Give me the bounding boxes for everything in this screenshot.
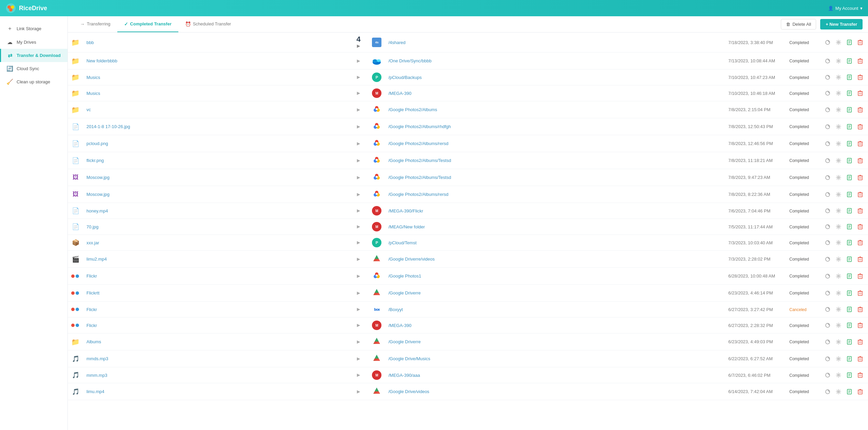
delete-button[interactable]	[856, 222, 865, 231]
retry-button[interactable]	[823, 173, 832, 182]
tab-transferring[interactable]: → Transferring	[73, 16, 117, 32]
settings-button[interactable]	[834, 57, 843, 65]
retry-button[interactable]	[823, 289, 832, 298]
report-button[interactable]	[845, 238, 854, 247]
retry-button[interactable]	[823, 139, 832, 148]
settings-button[interactable]	[834, 156, 843, 165]
report-button[interactable]	[845, 122, 854, 131]
account-menu[interactable]: 👤 My Account ▾	[828, 6, 863, 11]
retry-button[interactable]	[823, 156, 832, 165]
retry-button[interactable]	[823, 38, 832, 47]
settings-button[interactable]	[834, 105, 843, 114]
delete-button[interactable]	[856, 57, 865, 65]
settings-button[interactable]	[834, 38, 843, 47]
settings-button[interactable]	[834, 371, 843, 380]
retry-button[interactable]	[823, 105, 832, 114]
new-transfer-button[interactable]: + New Transfer	[820, 19, 863, 29]
retry-button[interactable]	[823, 354, 832, 363]
retry-button[interactable]	[823, 57, 832, 65]
delete-button[interactable]	[856, 190, 865, 199]
retry-button[interactable]	[823, 73, 832, 82]
report-button[interactable]	[845, 272, 854, 281]
sidebar-item-cloud-sync[interactable]: 🔄 Cloud Sync	[0, 62, 67, 75]
delete-button[interactable]	[856, 354, 865, 363]
retry-button[interactable]	[823, 206, 832, 215]
delete-button[interactable]	[856, 305, 865, 314]
retry-button[interactable]	[823, 371, 832, 380]
settings-button[interactable]	[834, 89, 843, 98]
delete-button[interactable]	[856, 139, 865, 148]
settings-button[interactable]	[834, 387, 843, 396]
settings-button[interactable]	[834, 321, 843, 330]
delete-all-button[interactable]: 🗑 Delete All	[781, 19, 816, 29]
settings-button[interactable]	[834, 73, 843, 82]
delete-button[interactable]	[856, 371, 865, 380]
settings-button[interactable]	[834, 206, 843, 215]
settings-button[interactable]	[834, 305, 843, 314]
delete-button[interactable]	[856, 272, 865, 281]
retry-button[interactable]	[823, 255, 832, 264]
report-button[interactable]	[845, 255, 854, 264]
settings-button[interactable]	[834, 122, 843, 131]
report-button[interactable]	[845, 156, 854, 165]
settings-button[interactable]	[834, 238, 843, 247]
delete-button[interactable]	[856, 73, 865, 82]
delete-button[interactable]	[856, 122, 865, 131]
delete-button[interactable]	[856, 173, 865, 182]
retry-button[interactable]	[823, 190, 832, 199]
report-button[interactable]	[845, 321, 854, 330]
report-button[interactable]	[845, 289, 854, 298]
retry-button[interactable]	[823, 222, 832, 231]
status-cell: Completed	[786, 101, 820, 118]
delete-button[interactable]	[856, 321, 865, 330]
report-button[interactable]	[845, 173, 854, 182]
settings-button[interactable]	[834, 354, 843, 363]
sidebar-item-transfer-download[interactable]: ⇄ Transfer & Download	[0, 49, 67, 62]
tab-completed-transfer[interactable]: ✓ Completed Transfer	[117, 16, 178, 32]
retry-button[interactable]	[823, 89, 832, 98]
report-button[interactable]	[845, 190, 854, 199]
report-button[interactable]	[845, 105, 854, 114]
retry-button[interactable]	[823, 238, 832, 247]
report-button[interactable]	[845, 305, 854, 314]
delete-button[interactable]	[856, 289, 865, 298]
report-button[interactable]	[845, 206, 854, 215]
report-button[interactable]	[845, 73, 854, 82]
report-button[interactable]	[845, 222, 854, 231]
delete-button[interactable]	[856, 105, 865, 114]
delete-button[interactable]	[856, 206, 865, 215]
report-button[interactable]	[845, 337, 854, 346]
settings-button[interactable]	[834, 222, 843, 231]
delete-button[interactable]	[856, 255, 865, 264]
report-button[interactable]	[845, 89, 854, 98]
tab-scheduled-transfer[interactable]: ⏰ Scheduled Transfer	[178, 16, 238, 32]
settings-button[interactable]	[834, 337, 843, 346]
report-button[interactable]	[845, 38, 854, 47]
delete-button[interactable]	[856, 156, 865, 165]
retry-button[interactable]	[823, 387, 832, 396]
settings-button[interactable]	[834, 272, 843, 281]
delete-button[interactable]	[856, 89, 865, 98]
sidebar-item-link-storage[interactable]: ＋ Link Storage	[0, 22, 67, 36]
report-button[interactable]	[845, 354, 854, 363]
sidebar-item-my-drives[interactable]: ☁ My Drives	[0, 36, 67, 49]
retry-button[interactable]	[823, 272, 832, 281]
retry-button[interactable]	[823, 321, 832, 330]
settings-button[interactable]	[834, 190, 843, 199]
retry-button[interactable]	[823, 305, 832, 314]
delete-button[interactable]	[856, 238, 865, 247]
report-button[interactable]	[845, 371, 854, 380]
delete-button[interactable]	[856, 337, 865, 346]
report-button[interactable]	[845, 387, 854, 396]
report-button[interactable]	[845, 139, 854, 148]
retry-button[interactable]	[823, 337, 832, 346]
settings-button[interactable]	[834, 255, 843, 264]
settings-button[interactable]	[834, 289, 843, 298]
report-button[interactable]	[845, 57, 854, 65]
sidebar-item-clean-storage[interactable]: 🧹 Clean up storage	[0, 75, 67, 88]
delete-button[interactable]	[856, 387, 865, 396]
settings-button[interactable]	[834, 139, 843, 148]
delete-button[interactable]	[856, 38, 865, 47]
retry-button[interactable]	[823, 122, 832, 131]
settings-button[interactable]	[834, 173, 843, 182]
